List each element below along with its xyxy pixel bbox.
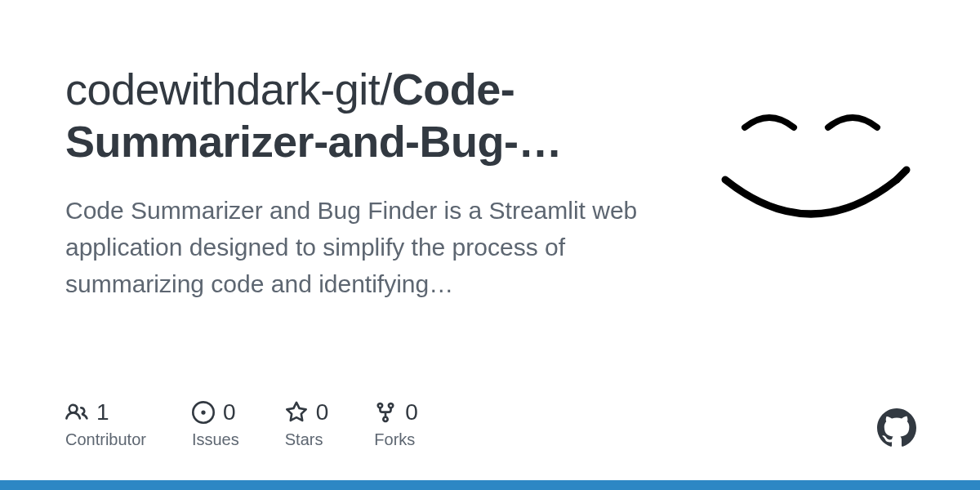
avatar bbox=[702, 59, 920, 276]
stat-count: 0 bbox=[316, 399, 329, 425]
stat-label: Forks bbox=[374, 430, 418, 449]
repo-owner: codewithdark-git bbox=[65, 65, 380, 114]
people-icon bbox=[65, 401, 88, 424]
repo-title: codewithdark-git/Code-Summarizer-and-Bug… bbox=[65, 64, 670, 167]
title-block: codewithdark-git/Code-Summarizer-and-Bug… bbox=[65, 64, 670, 302]
stat-count: 1 bbox=[96, 399, 109, 425]
fork-icon bbox=[374, 401, 397, 424]
stat-top: 0 bbox=[192, 399, 239, 425]
stat-issues: 0 Issues bbox=[192, 399, 239, 449]
repo-description: Code Summarizer and Bug Finder is a Stre… bbox=[65, 192, 670, 302]
issue-icon bbox=[192, 401, 215, 424]
stat-top: 1 bbox=[65, 399, 146, 425]
stat-contributors: 1 Contributor bbox=[65, 399, 146, 449]
stats-row: 1 Contributor 0 Issues 0 Stars bbox=[65, 399, 418, 449]
github-icon bbox=[877, 408, 916, 448]
stat-top: 0 bbox=[374, 399, 418, 425]
stat-label: Issues bbox=[192, 430, 239, 449]
stat-top: 0 bbox=[285, 399, 329, 425]
header-row: codewithdark-git/Code-Summarizer-and-Bug… bbox=[65, 64, 915, 302]
stat-label: Contributor bbox=[65, 430, 146, 449]
star-icon bbox=[285, 401, 308, 424]
stat-count: 0 bbox=[223, 399, 236, 425]
stat-forks: 0 Forks bbox=[374, 399, 418, 449]
social-card: codewithdark-git/Code-Summarizer-and-Bug… bbox=[0, 0, 980, 490]
stat-label: Stars bbox=[285, 430, 329, 449]
repo-name-start: Code bbox=[392, 65, 501, 114]
stat-stars: 0 Stars bbox=[285, 399, 329, 449]
github-logo bbox=[877, 408, 916, 451]
accent-bar bbox=[0, 480, 980, 490]
separator: / bbox=[380, 65, 392, 114]
stat-count: 0 bbox=[405, 399, 418, 425]
smile-icon bbox=[702, 59, 920, 276]
